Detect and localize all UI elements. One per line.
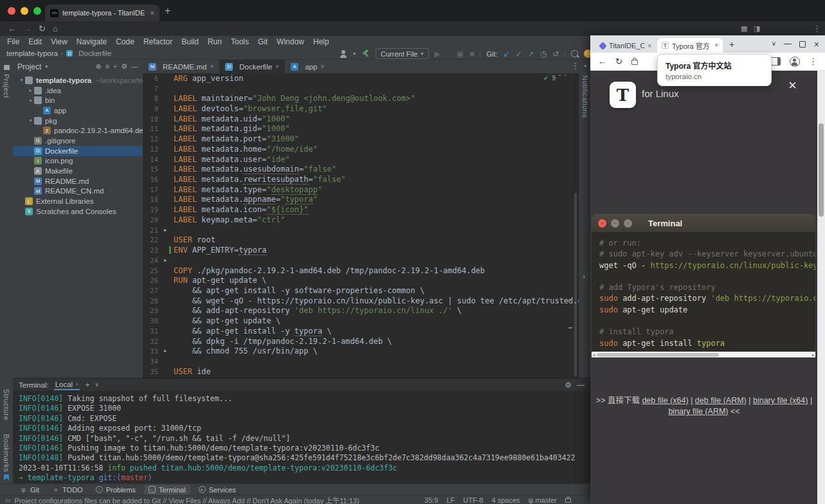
popup-profile-icon[interactable]	[790, 57, 800, 67]
terminal-minimize-icon[interactable]: —	[577, 381, 585, 389]
menu-help[interactable]: Help	[309, 37, 334, 46]
window-zoom-button[interactable]	[33, 7, 41, 15]
popup-close-icon[interactable]: ×	[814, 40, 819, 49]
hide-panel-icon[interactable]: —	[131, 63, 138, 70]
popup-restore-icon[interactable]	[799, 41, 806, 48]
status-message[interactable]: Project configurations files can be adde…	[15, 495, 359, 504]
download-link-deb-file-x64-[interactable]: deb file (x64)	[642, 396, 688, 405]
menu-build[interactable]: Build	[177, 37, 203, 46]
tree-item--idea[interactable]: ▸.idea	[13, 86, 143, 96]
status-item-lf[interactable]: LF	[446, 496, 455, 504]
menu-code[interactable]: Code	[111, 37, 139, 46]
code-editor[interactable]: 6ARG app_version78LABEL maintainer="John…	[143, 73, 579, 378]
popup-reload-icon[interactable]: ↻	[615, 57, 622, 66]
next-problem-icon[interactable]: ˇ	[564, 75, 566, 82]
terminal-dropdown-icon[interactable]: ∨	[95, 382, 99, 388]
git-commit-icon[interactable]: ✓	[516, 50, 522, 58]
project-view-caret-icon[interactable]: ▾	[45, 64, 48, 69]
tool-button-structure[interactable]: Structure	[3, 389, 10, 420]
bookmark-flag-icon[interactable]	[4, 474, 9, 480]
run-config-select[interactable]: Current File ▾	[376, 48, 428, 59]
menu-view[interactable]: View	[46, 37, 72, 46]
rollback-icon[interactable]: ↺	[552, 50, 559, 58]
tree-chevron-icon[interactable]: ▸	[27, 87, 34, 93]
browser-menu-icon[interactable]: ⋮	[813, 24, 821, 33]
tree-item-dockerfile[interactable]: DDockerfile	[13, 146, 143, 156]
event-log-icon[interactable]: ▭	[5, 497, 11, 503]
tree-chevron-icon[interactable]: ▾	[27, 118, 34, 123]
menu-run[interactable]: Run	[203, 37, 226, 46]
menu-navigate[interactable]: Navigate	[72, 37, 111, 46]
terminal-settings-icon[interactable]: ⚙	[565, 381, 572, 389]
tree-item-bin[interactable]: ▾bin	[13, 95, 143, 105]
stop-icon[interactable]: ■	[469, 50, 474, 58]
new-terminal-icon[interactable]: +	[85, 381, 89, 389]
status-item-35-9[interactable]: 35:9	[424, 496, 438, 504]
forward-icon[interactable]: →	[23, 24, 32, 33]
popup-page-scrollbar[interactable]	[817, 71, 825, 504]
popup-scrollbar-thumb[interactable]	[819, 123, 824, 217]
download-link-deb-file-arm-[interactable]: deb file (ARM)	[695, 396, 747, 405]
tree-item-readme-cn-md[interactable]: MREADME_CN.md	[13, 186, 143, 197]
project-panel-title[interactable]: Project	[17, 62, 41, 71]
search-everywhere-icon[interactable]	[571, 50, 578, 57]
popup-tab-close-icon[interactable]: ×	[714, 42, 718, 49]
run-icon[interactable]: ▶	[435, 50, 440, 58]
back-icon[interactable]: ←	[8, 24, 16, 33]
debug-icon[interactable]: ◌	[446, 50, 451, 58]
popup-side-panel-icon[interactable]	[771, 57, 781, 66]
breadcrumb-file[interactable]: Dockerfile	[78, 50, 111, 57]
expand-panel-chevron-icon[interactable]: ›	[583, 272, 585, 281]
collapse-all-icon[interactable]: ÷	[113, 63, 117, 70]
menu-edit[interactable]: Edit	[24, 37, 46, 46]
tab-close-icon[interactable]: ×	[150, 10, 154, 17]
git-update-icon[interactable]: ↙	[503, 50, 510, 58]
tree-item-pkg[interactable]: ▾pkg	[13, 116, 143, 126]
git-push-icon[interactable]: ↗	[528, 50, 534, 58]
extensions-icon[interactable]: ▩	[741, 25, 747, 32]
popup-menu-icon[interactable]: ⋮	[809, 57, 817, 66]
download-link-binary-file-arm-[interactable]: binary file (ARM)	[668, 407, 728, 416]
editor-tab-close-icon[interactable]: ×	[210, 63, 213, 70]
tree-item-app[interactable]: Aapp	[13, 105, 143, 116]
terminal-tab-close-icon[interactable]: ×	[75, 381, 78, 388]
user-caret-icon[interactable]: ▾	[353, 51, 356, 57]
prev-problem-icon[interactable]: ˆ	[559, 75, 561, 82]
tree-item-external-libraries[interactable]: LExternal Libraries	[13, 196, 143, 206]
browser-tab[interactable]: </> template-typora - TitanIDE ×	[45, 4, 159, 21]
coverage-icon[interactable]: ▣	[457, 50, 464, 58]
editor-scrollbar[interactable]	[574, 193, 577, 376]
inspection-widget[interactable]: ✔ 9 ˆ ˇ	[543, 75, 567, 82]
download-link-binary-file-x64-[interactable]: binary file (x64)	[753, 396, 808, 405]
fold-marker-icon[interactable]: ▶	[161, 348, 169, 354]
home-icon[interactable]: ⌂	[53, 24, 58, 33]
terminal-output[interactable]: INFO[0140] Taking snapshot of full files…	[13, 391, 590, 483]
expand-all-icon[interactable]: ≡	[105, 63, 109, 70]
tool-button-problems[interactable]: iProblems	[91, 485, 140, 495]
tool-button-terminal[interactable]: >_Terminal	[144, 485, 190, 495]
editor-tab-readme-md[interactable]: MREADME.md×	[143, 60, 219, 73]
popup-new-tab-icon[interactable]: +	[729, 40, 734, 49]
side-panel-icon[interactable]: ◨	[754, 25, 760, 32]
menu-window[interactable]: Window	[272, 37, 309, 46]
user-icon[interactable]	[340, 50, 347, 58]
status-item-utf-8[interactable]: UTF-8	[463, 496, 483, 504]
fold-marker-icon[interactable]: ▶	[161, 258, 169, 263]
tree-item--gitignore[interactable]: G.gitignore	[13, 136, 143, 146]
menu-file[interactable]: File	[3, 37, 24, 46]
popup-tab-search-icon[interactable]: ∨	[772, 40, 776, 47]
tool-button-bookmarks[interactable]: Bookmarks	[3, 434, 10, 473]
new-tab-button[interactable]: +	[165, 6, 170, 16]
build-hammer-icon[interactable]	[361, 50, 370, 58]
menu-git[interactable]: Git	[253, 37, 272, 46]
window-close-button[interactable]	[8, 7, 15, 15]
popup-tab-typora[interactable]: T Typora 官方 ×	[657, 38, 723, 53]
terminal-tab-local[interactable]: Local ×	[54, 380, 80, 390]
tool-button-services[interactable]: ▸Services	[194, 485, 240, 495]
history-icon[interactable]: ◷	[540, 50, 547, 58]
menu-refactor[interactable]: Refactor	[139, 37, 177, 46]
tree-item-scratches-and-consoles[interactable]: SScratches and Consoles	[13, 206, 143, 217]
panel-settings-icon[interactable]: ⚙	[121, 63, 127, 70]
tree-item-pandoc-2-19-2-1-amd64-deb[interactable]: Zpandoc-2.19.2-1-amd64.deb	[13, 125, 143, 136]
editor-tab-close-icon[interactable]: ×	[275, 63, 279, 70]
